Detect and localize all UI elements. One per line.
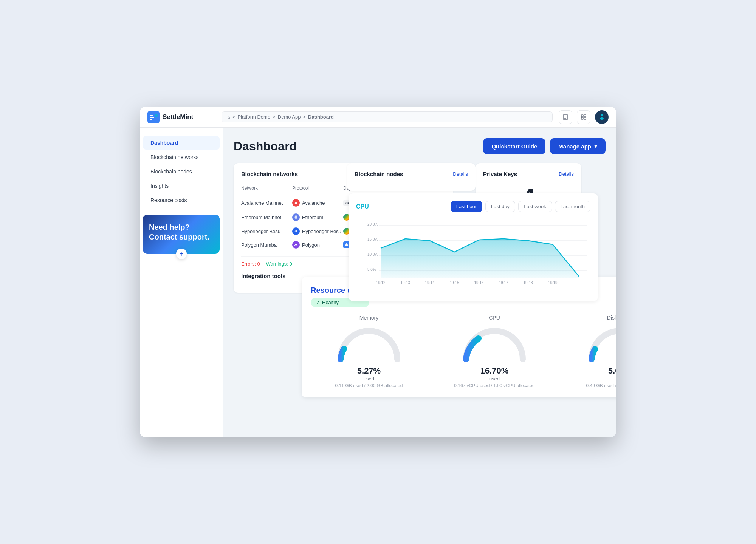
breadcrumb-part1: Platform Demo	[237, 114, 270, 120]
disk-label: Disk space	[607, 315, 616, 321]
cpu-chart-svg: 20.0% 15.0% 10.0% 5.0%	[356, 218, 590, 294]
svg-text:20.0%: 20.0%	[367, 222, 378, 226]
logo-area: SettleMint	[147, 111, 215, 123]
private-keys-card-header: Private Keys Details	[483, 171, 574, 177]
protocol-cell: Avalanche	[292, 199, 343, 207]
cpu-used-label: used	[489, 376, 500, 382]
network-name: Hyperledger Besu	[241, 229, 292, 234]
svg-marker-15	[294, 215, 297, 218]
sidebar: Dashboard Blockchain networks Blockchain…	[140, 128, 223, 437]
protocol-cell: HL Hyperledger Besu	[292, 227, 343, 235]
chevron-down-icon: ▾	[594, 143, 597, 150]
blockchain-nodes-card-header: Blockchain nodes Details	[355, 171, 468, 177]
blockchain-nodes-details-link[interactable]: Details	[453, 171, 468, 177]
svg-rect-12	[584, 117, 586, 119]
blockchain-nodes-title: Blockchain nodes	[355, 171, 403, 177]
svg-rect-3	[150, 119, 152, 120]
logo-text: SettleMint	[163, 113, 193, 121]
quickstart-button[interactable]: Quickstart Guide	[483, 138, 545, 154]
top-bar-actions	[559, 110, 609, 124]
breadcrumb-sep1: >	[232, 114, 235, 120]
cpu-chart-header: CPU Last hour Last day Last week Last mo…	[356, 201, 590, 212]
cpu-chart-container: 20.0% 15.0% 10.0% 5.0%	[356, 218, 590, 294]
top-bar: SettleMint ⌂ > Platform Demo > Demo App …	[140, 107, 616, 128]
breadcrumb: ⌂ > Platform Demo > Demo App > Dashboard	[222, 111, 553, 122]
grid-icon-btn[interactable]	[577, 110, 590, 124]
svg-text:5.0%: 5.0%	[367, 267, 376, 272]
blockchain-networks-title: Blockchain networks	[241, 171, 298, 177]
gauges-row: Memory	[311, 315, 616, 388]
breadcrumb-part2: Demo App	[278, 114, 301, 120]
sidebar-item-blockchain-networks[interactable]: Blockchain networks	[143, 150, 220, 164]
network-name: Ethereum Mainnet	[241, 215, 292, 220]
errors-text: Errors: 0	[241, 261, 260, 267]
sidebar-item-blockchain-nodes[interactable]: Blockchain nodes	[143, 165, 220, 178]
sidebar-item-insights[interactable]: Insights	[143, 179, 220, 193]
cpu-gauge-label: CPU	[489, 315, 500, 321]
private-keys-title: Private Keys	[483, 171, 517, 177]
sidebar-help-text: Need help? Contact support.	[149, 222, 214, 242]
disk-used-label: used	[615, 376, 616, 382]
logo-icon	[147, 111, 160, 123]
breadcrumb-sep2: >	[273, 114, 276, 120]
svg-point-14	[600, 117, 604, 120]
svg-rect-2	[150, 117, 154, 118]
filter-last-hour[interactable]: Last hour	[451, 201, 482, 212]
warnings-text: Warnings: 0	[266, 261, 292, 267]
svg-text:10.0%: 10.0%	[367, 252, 378, 257]
svg-rect-11	[581, 117, 583, 119]
memory-label: Memory	[359, 315, 379, 321]
sidebar-help-card: Need help? Contact support. +	[143, 215, 220, 254]
filter-last-day[interactable]: Last day	[485, 201, 515, 212]
memory-gauge: Memory	[311, 315, 427, 388]
svg-point-13	[601, 114, 603, 116]
memory-gauge-svg	[335, 325, 403, 363]
document-icon-btn[interactable]	[559, 110, 572, 124]
network-name: Polygon Mumbai	[241, 242, 292, 248]
disk-allocated: 0.49 GB used / 9.75 GB allocated	[586, 383, 616, 388]
cards-container: Blockchain networks Details Network Prot…	[234, 163, 606, 420]
network-name: Avalanche Mainnet	[241, 200, 292, 206]
check-icon: ✓	[316, 300, 320, 305]
svg-text:19:13: 19:13	[400, 281, 410, 285]
user-avatar[interactable]	[595, 110, 609, 124]
blockchain-nodes-card: Blockchain nodes Details	[347, 163, 476, 191]
col-network: Network	[241, 185, 292, 191]
breadcrumb-current: Dashboard	[308, 114, 334, 120]
integration-tools-title: Integration tools	[241, 273, 286, 279]
content-area: Dashboard Quickstart Guide Manage app ▾ …	[223, 128, 616, 437]
protocol-cell: Ethereum	[292, 213, 343, 221]
disk-gauge: Disk space	[562, 315, 616, 388]
svg-rect-1	[150, 115, 153, 116]
disk-gauge-svg	[586, 325, 616, 363]
manage-app-button[interactable]: Manage app ▾	[550, 138, 606, 154]
cpu-gauge: CPU	[436, 315, 553, 388]
col-protocol: Protocol	[292, 185, 343, 191]
svg-text:15.0%: 15.0%	[367, 237, 378, 241]
sidebar-item-resource-costs[interactable]: Resource costs	[143, 193, 220, 207]
filter-last-month[interactable]: Last month	[555, 201, 590, 212]
memory-used-label: used	[364, 376, 374, 382]
svg-text:19:14: 19:14	[425, 281, 434, 285]
breadcrumb-sep3: >	[303, 114, 306, 120]
svg-text:19:18: 19:18	[523, 281, 533, 285]
protocol-cell: Polygon	[292, 241, 343, 249]
svg-text:19:19: 19:19	[548, 281, 557, 285]
disk-percent: 5.01%	[608, 366, 616, 376]
filter-last-week[interactable]: Last week	[518, 201, 552, 212]
private-keys-details-link[interactable]: Details	[559, 171, 574, 177]
sidebar-item-dashboard[interactable]: Dashboard	[143, 136, 220, 150]
memory-percent: 5.27%	[357, 366, 381, 376]
time-filters: Last hour Last day Last week Last month	[451, 201, 590, 212]
sidebar-help-plus[interactable]: +	[176, 249, 187, 259]
svg-text:19:16: 19:16	[474, 281, 483, 285]
cpu-gauge-svg	[460, 325, 528, 363]
svg-text:19:12: 19:12	[376, 281, 385, 285]
memory-allocated: 0.11 GB used / 2.00 GB allocated	[335, 383, 403, 388]
cpu-percent: 16.70%	[480, 366, 509, 376]
svg-marker-17	[345, 243, 349, 246]
cpu-allocated: 0.167 vCPU used / 1.00 vCPU allocated	[454, 383, 534, 388]
svg-point-4	[155, 114, 158, 117]
svg-text:19:15: 19:15	[449, 281, 459, 285]
cpu-chart-title: CPU	[356, 203, 369, 210]
